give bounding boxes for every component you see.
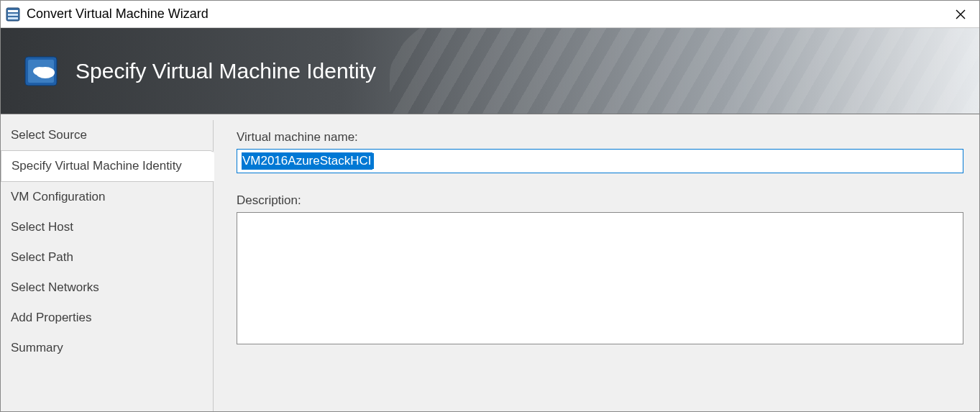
svg-rect-1 xyxy=(8,10,18,12)
svg-point-9 xyxy=(33,67,46,75)
description-textarea[interactable] xyxy=(237,212,963,344)
sidebar-item-summary[interactable]: Summary xyxy=(1,333,214,363)
banner: Specify Virtual Machine Identity xyxy=(1,28,979,114)
sidebar-item-label: Summary xyxy=(11,341,63,354)
sidebar-item-select-source[interactable]: Select Source xyxy=(1,120,214,150)
sidebar-item-label: Select Path xyxy=(11,250,73,264)
sidebar: Select Source Specify Virtual Machine Id… xyxy=(1,114,214,411)
window-title: Convert Virtual Machine Wizard xyxy=(27,6,946,22)
sidebar-item-label: Add Properties xyxy=(11,311,91,324)
titlebar: Convert Virtual Machine Wizard xyxy=(1,1,979,28)
sidebar-item-label: Select Networks xyxy=(11,280,99,294)
wizard-icon xyxy=(5,6,21,22)
sidebar-item-label: Specify Virtual Machine Identity xyxy=(12,159,182,173)
description-label: Description: xyxy=(237,193,963,208)
main-panel: Virtual machine name: VM2016AzureStackHC… xyxy=(214,114,979,411)
sidebar-item-add-properties[interactable]: Add Properties xyxy=(1,303,214,333)
close-icon xyxy=(956,9,966,19)
wizard-window: Convert Virtual Machine Wizard Specify V… xyxy=(0,0,980,412)
sidebar-item-select-path[interactable]: Select Path xyxy=(1,242,214,273)
sidebar-item-vm-configuration[interactable]: VM Configuration xyxy=(1,182,214,212)
wizard-body: Select Source Specify Virtual Machine Id… xyxy=(1,114,979,411)
sidebar-item-select-host[interactable]: Select Host xyxy=(1,212,214,242)
sidebar-item-specify-vm-identity[interactable]: Specify Virtual Machine Identity xyxy=(1,150,214,182)
vm-name-field[interactable]: VM2016AzureStackHCI xyxy=(237,149,963,173)
sidebar-item-label: VM Configuration xyxy=(11,190,105,203)
sidebar-item-select-networks[interactable]: Select Networks xyxy=(1,273,214,303)
vm-cloud-icon xyxy=(22,52,60,90)
banner-title: Specify Virtual Machine Identity xyxy=(75,59,376,83)
svg-rect-2 xyxy=(8,14,18,16)
vm-name-label: Virtual machine name: xyxy=(237,130,963,145)
sidebar-item-label: Select Host xyxy=(11,220,73,234)
close-button[interactable] xyxy=(946,1,975,28)
sidebar-item-label: Select Source xyxy=(11,128,87,142)
svg-rect-3 xyxy=(8,17,18,19)
